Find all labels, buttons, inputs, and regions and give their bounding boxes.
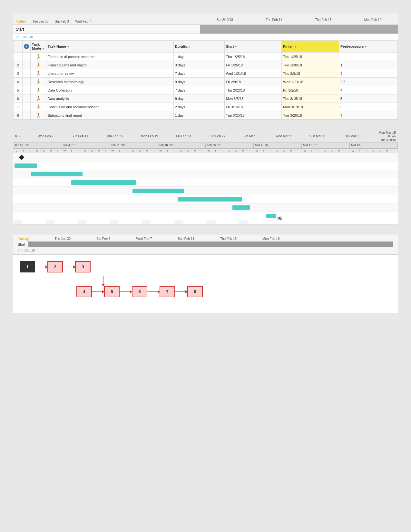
bottom-start-label: Start <box>18 242 25 246</box>
day-cell-33: M <box>240 149 247 153</box>
bottom-start-date: Thu 1/25/18 <box>18 249 35 252</box>
cell-finish-4: Wed 2/21/18 <box>282 78 339 86</box>
task-mode-icon-4: 🏃 <box>36 79 41 84</box>
cell-duration-7: 2 days <box>173 103 224 111</box>
task-row-4: 4 🏃 Research methodology 9 days Fri 2/9/… <box>14 78 398 86</box>
strip-wed-feb7: Wed Feb 7 <box>38 134 54 138</box>
date-sat210: Sat 2/10/18 <box>217 18 233 22</box>
day-cell-8: T <box>68 149 75 153</box>
cell-pred-7: 6 <box>339 103 398 111</box>
nd-box-5: 5 <box>104 286 120 297</box>
day-cell-40: M <box>288 149 295 153</box>
cell-num-2: 2 <box>14 61 23 69</box>
timeline-right: Sat 2/10/18 Thu Feb 11 Thu Feb 15 Mon Fe… <box>200 15 398 23</box>
nd-vertical-line <box>103 276 103 286</box>
day-cell-1: T <box>20 149 27 153</box>
col-task-mode: TaskMode▼ <box>31 41 46 53</box>
strip-wed-mar7: Wed Mar 7 <box>276 134 291 138</box>
nd-arrow-7-8 <box>175 291 187 292</box>
task-mode-icon-6: 🏃 <box>36 96 41 101</box>
nd-arrow-2-3 <box>63 267 75 267</box>
cell-mode-1: 🏃 <box>31 53 46 61</box>
task-row-1: 1 🏃 Find topic of present research. 1 da… <box>14 53 398 61</box>
nd-box-1: 1 <box>20 261 35 272</box>
gantt-bar-6 <box>178 197 242 202</box>
today-label: Today <box>16 19 26 23</box>
strip-thu-feb15: Thu Feb 15 <box>106 134 123 138</box>
day-cell-31: S <box>226 149 233 153</box>
cell-start-8: Tue 3/20/18 <box>224 111 282 120</box>
day-cell-14: W <box>109 149 116 153</box>
day-cell-49: W <box>350 149 357 153</box>
nd-box-4: 4 <box>76 286 92 297</box>
nd-down-arrowhead <box>102 284 105 288</box>
cell-mode-3: 🏃 <box>31 69 46 78</box>
nd-arrowhead-5 <box>130 290 134 293</box>
day-cell-16: F <box>123 149 130 153</box>
cell-pred-3: 2 <box>339 69 398 78</box>
col-predecessors: Predecessors▼ <box>339 41 398 53</box>
day-cell-15: T <box>116 149 123 153</box>
cell-info-2 <box>23 61 31 69</box>
day-cell-23: F <box>171 149 178 153</box>
start-date-row: Thu 1/25/18 <box>13 34 398 40</box>
cell-pred-5: 4 <box>339 86 398 94</box>
cell-num-6: 6 <box>14 94 23 103</box>
col-info: i <box>23 41 31 53</box>
task-table: i TaskMode▼ Task Name▼ Duration Start▼ F… <box>13 40 398 120</box>
day-cell-42: W <box>301 149 308 153</box>
cell-info-3 <box>23 69 31 78</box>
middle-gantt-section: b 3 Wed Feb 7 Sun Feb 11 Thu Feb 15 Mon … <box>13 130 398 224</box>
cell-duration-4: 9 days <box>173 78 224 86</box>
cell-info-4 <box>23 78 31 86</box>
cell-pred-2: 1 <box>339 61 398 69</box>
cell-mode-7: 🏃 <box>31 103 46 111</box>
day-cell-36: T <box>260 149 267 153</box>
cell-finish-8: Tue 3/20/18 <box>282 111 339 120</box>
cell-info-6 <box>23 94 31 103</box>
week-jan28: Jan 28, '18 <box>13 143 61 148</box>
timeline-header: Today Tue Jan 30 Sat Feb 3 Wed Feb 7 Sat… <box>13 13 398 25</box>
day-cell-22: T <box>164 149 171 153</box>
day-cell-4: S <box>41 149 47 153</box>
bottom-header: Today Tue Jan 30 Sat Feb 3 Wed Feb 7 Sun… <box>13 234 398 255</box>
gantt-timeline-strip: b 3 Wed Feb 7 Sun Feb 11 Thu Feb 15 Mon … <box>13 130 398 143</box>
cell-pred-4: 2,3 <box>339 78 398 86</box>
cell-finish-6: Thu 3/15/18 <box>282 94 339 103</box>
gantt-bar-2 <box>15 163 37 168</box>
task-row-7: 7 🏃 Conclusion and recommendation 2 days… <box>14 103 398 111</box>
cell-start-2: Fri 1/26/18 <box>224 61 282 69</box>
info-icon: i <box>24 44 29 49</box>
cell-num-3: 3 <box>14 69 23 78</box>
task-row-5: 5 🏃 Data Collection 7 days Thu 2/22/18 F… <box>14 86 398 94</box>
sat-feb3: Sat Feb 3 <box>55 20 69 23</box>
day-cell-55: T <box>391 149 397 153</box>
task-row-2: 2 🏃 Framing aims and objecti 3 days Fri … <box>14 61 398 69</box>
nd-arrowhead-2 <box>73 265 77 269</box>
cell-mode-6: 🏃 <box>31 94 46 103</box>
day-cell-17: S <box>130 149 137 153</box>
day-cell-19: M <box>144 149 151 153</box>
day-cell-10: S <box>82 149 89 153</box>
day-cell-41: T <box>295 149 301 153</box>
strip-tue-feb27: Tue Feb 27 <box>209 134 225 138</box>
strip-thu-mar15: Thu Mar 15 <box>344 134 360 138</box>
bottom-date-mon: Mon Feb 19 <box>262 237 279 241</box>
strip-sun-feb11: Sun Feb 11 <box>72 134 88 138</box>
flag-icon: 🏁 <box>277 216 282 222</box>
gantt-row-2 <box>13 162 398 170</box>
task-mode-icon-5: 🏃 <box>36 88 41 93</box>
cell-duration-8: 1 day <box>173 111 224 120</box>
day-cell-27: T <box>199 149 205 153</box>
day-cell-11: S <box>89 149 95 153</box>
nd-box-7: 7 <box>160 286 175 297</box>
cell-name-5: Data Collection <box>46 86 173 94</box>
day-cell-34: T <box>247 149 253 153</box>
cell-start-7: Fri 3/16/18 <box>224 103 282 111</box>
task-table-container: i TaskMode▼ Task Name▼ Duration Start▼ F… <box>13 40 398 120</box>
day-cell-43: T <box>308 149 315 153</box>
day-cell-50: T <box>357 149 363 153</box>
day-cell-25: S <box>185 149 191 153</box>
task-mode-icon-8: 🏃 <box>36 113 41 118</box>
bottom-today-label: Today <box>18 236 29 241</box>
